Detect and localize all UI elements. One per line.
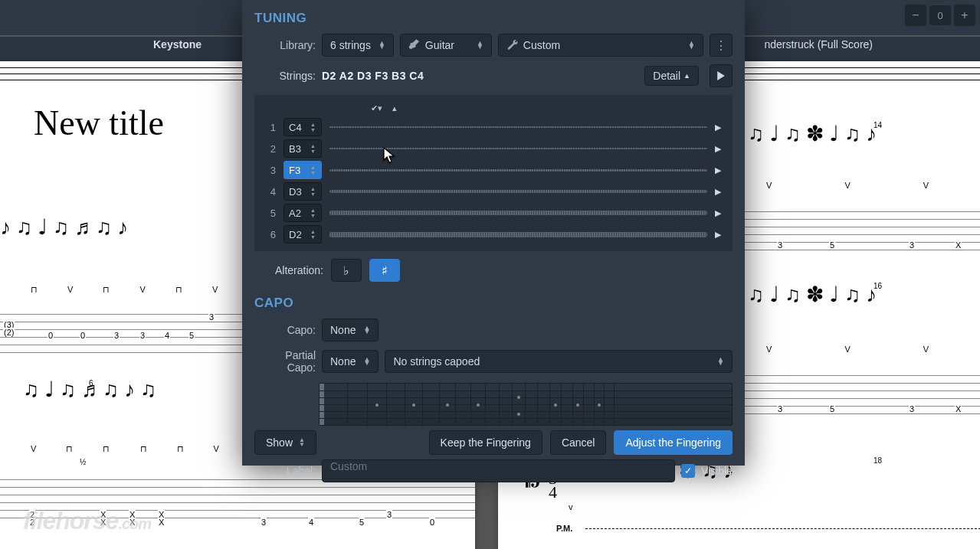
string-note-stepper[interactable]: D3 (284, 182, 322, 201)
string-number: 2 (262, 143, 276, 155)
topbar-plus-button[interactable]: + (954, 5, 975, 26)
watermark: filehorse.com (23, 507, 151, 535)
topbar-value[interactable]: 0 (929, 5, 951, 25)
topbar-minus-button[interactable]: − (905, 5, 926, 26)
library-select[interactable]: 6 strings (322, 34, 394, 57)
partial-capo-select[interactable]: None (322, 350, 379, 373)
strings-label: Strings: (254, 70, 316, 82)
flat-button[interactable]: ♭ (331, 259, 362, 282)
page-title: New title (34, 103, 164, 143)
play-string-button[interactable]: ▶ (712, 206, 725, 220)
strings-table: ✔︎▾ ▴ 1C4▶2B3▶3F3▶4D3▶5A2▶6D2▶ (254, 95, 733, 251)
stepper-arrows-icon[interactable] (310, 119, 320, 136)
sharp-button[interactable]: ♯ (369, 259, 400, 282)
play-icon (716, 71, 726, 80)
stepper-arrows-icon[interactable] (310, 226, 320, 243)
string-gauge-slider[interactable]: ▶ (329, 186, 725, 197)
string-note-stepper[interactable]: D2 (284, 225, 322, 243)
show-menu-button[interactable]: Show ▲▼ (254, 430, 316, 455)
visible-label: Visible (701, 465, 733, 477)
capo-section-title: CAPO (242, 285, 745, 315)
string-row: 3F3▶ (254, 159, 733, 181)
stepper-arrows-icon[interactable] (310, 140, 320, 157)
doc-tab-left[interactable]: Keystone (153, 38, 202, 51)
string-row: 4D3▶ (254, 181, 733, 202)
string-gauge-slider[interactable]: ▶ (329, 229, 725, 240)
strings-summary-text: D2 A2 D3 F3 B3 C4 (322, 70, 424, 82)
string-number: 5 (262, 208, 276, 219)
instrument-select[interactable]: Guitar (400, 34, 492, 57)
string-note-stepper[interactable]: A2 (284, 204, 322, 222)
string-number: 4 (262, 186, 276, 198)
string-note-stepper[interactable]: F3 (284, 161, 322, 179)
play-string-button[interactable]: ▶ (712, 227, 725, 241)
capo-label: Capo: (254, 324, 316, 336)
string-gauge-slider[interactable]: ▶ (329, 208, 725, 218)
string-note-stepper[interactable]: C4 (284, 118, 322, 136)
string-row: 5A2▶ (254, 202, 733, 224)
tuning-more-button[interactable] (710, 34, 733, 57)
shift-all-up-button[interactable]: ▴ (388, 101, 402, 115)
string-row: 1C4▶ (254, 116, 733, 138)
string-number: 6 (262, 229, 276, 240)
tuning-section-title: TUNING (242, 0, 745, 31)
doc-tab-right[interactable]: nderstruck (Full Score) (764, 38, 873, 51)
string-row: 6D2▶ (254, 224, 733, 245)
stepper-arrows-icon[interactable] (310, 183, 320, 200)
display-label-label: Label: (254, 465, 316, 477)
alteration-label: Alteration: (254, 264, 323, 276)
visible-checkbox[interactable] (681, 464, 695, 478)
library-label: Library: (254, 39, 316, 51)
play-string-button[interactable]: ▶ (712, 120, 725, 134)
guitar-icon (408, 39, 421, 51)
shift-all-down-button[interactable]: ✔︎▾ (369, 101, 383, 115)
keep-fingering-button[interactable]: Keep the Fingering (429, 430, 542, 455)
detail-toggle-button[interactable]: Detail▲ (644, 66, 699, 86)
string-gauge-slider[interactable]: ▶ (329, 165, 725, 175)
fretboard-display[interactable] (319, 383, 733, 426)
partial-capo-label: Partial Capo: (254, 349, 316, 374)
string-number: 1 (262, 122, 276, 133)
string-gauge-slider[interactable]: ▶ (329, 122, 725, 132)
play-all-strings-button[interactable] (710, 64, 733, 87)
stepper-arrows-icon[interactable] (310, 204, 320, 221)
string-number: 3 (262, 165, 276, 176)
string-row: 2B3▶ (254, 138, 733, 159)
cancel-button[interactable]: Cancel (550, 430, 607, 455)
capo-select[interactable]: None (322, 319, 379, 341)
adjust-fingering-button[interactable]: Adjust the Fingering (614, 430, 733, 455)
string-gauge-slider[interactable]: ▶ (329, 143, 725, 154)
tuning-dialog: TUNING Library: 6 strings Guitar Custom … (242, 0, 745, 466)
string-note-stepper[interactable]: B3 (284, 139, 322, 158)
play-string-button[interactable]: ▶ (712, 142, 725, 155)
partial-capo-strings-select[interactable]: No strings capoed (385, 350, 733, 373)
play-string-button[interactable]: ▶ (712, 185, 725, 198)
wrench-icon (506, 39, 519, 51)
play-string-button[interactable]: ▶ (712, 163, 725, 177)
stepper-arrows-icon[interactable] (310, 162, 320, 178)
tuning-preset-select[interactable]: Custom (498, 34, 703, 57)
